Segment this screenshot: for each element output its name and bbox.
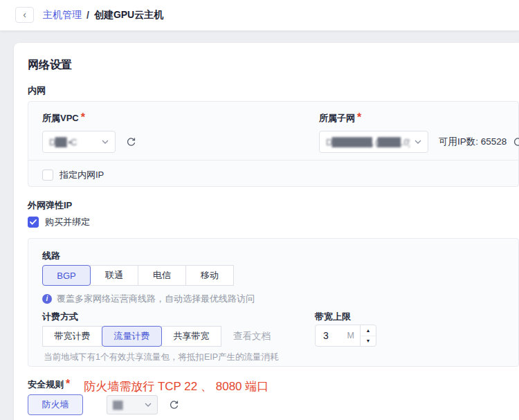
firewall-button[interactable]: 防火墙 — [28, 394, 83, 415]
subnet-select-value: D███████, (████..0) — [326, 137, 410, 147]
available-ip-count: 可用IP数: 65528 — [439, 136, 507, 148]
firewall-rule-select[interactable]: ██ — [107, 395, 158, 414]
firewall-refresh-icon[interactable] — [169, 400, 179, 410]
billing-option-bandwidth[interactable]: 带宽计费 — [42, 326, 102, 347]
subnet-select[interactable]: D███████, (████..0) — [319, 131, 428, 153]
bandwidth-limit-label: 带宽上限 — [315, 311, 351, 323]
chevron-down-icon — [415, 140, 421, 144]
billing-button-group: 带宽计费 流量计费 共享带宽 查看文档 — [42, 326, 271, 347]
bandwidth-value: 3 — [323, 330, 347, 341]
line-option-bgp[interactable]: BGP — [42, 265, 91, 286]
line-label: 线路 — [42, 250, 60, 262]
stepper-down-button[interactable]: ▼ — [361, 336, 376, 347]
subnet-label: 所属子网 — [319, 113, 355, 123]
chevron-down-icon — [102, 140, 109, 144]
line-option-telecom[interactable]: 电信 — [138, 265, 186, 286]
required-asterisk: * — [66, 378, 70, 390]
back-button[interactable]: ‹ — [15, 7, 34, 23]
assign-intranet-ip-checkbox[interactable]: 指定内网IP — [42, 169, 104, 181]
checkbox-checked-icon[interactable] — [28, 217, 39, 228]
breadcrumb-separator: / — [86, 10, 89, 21]
required-asterisk: * — [357, 111, 361, 123]
line-info-text: 覆盖多家网络运营商线路，自动选择最优线路访问 — [57, 293, 255, 305]
view-docs-link[interactable]: 查看文档 — [233, 330, 271, 343]
breadcrumb-host-management[interactable]: 主机管理 — [43, 9, 82, 21]
chevron-down-icon — [145, 403, 152, 407]
vpc-refresh-icon[interactable] — [126, 137, 136, 147]
security-controls-row: 防火墙 ██ — [28, 394, 179, 415]
info-icon: i — [42, 294, 52, 304]
bandwidth-stepper: ▲ ▼ — [360, 325, 376, 347]
panel-divider — [28, 160, 518, 161]
section-title: 网络设置 — [28, 58, 72, 73]
billing-option-traffic[interactable]: 流量计费 — [102, 326, 162, 347]
bandwidth-unit: M — [347, 331, 354, 340]
top-header: ‹ 主机管理 / 创建GPU云主机 — [0, 0, 519, 30]
assign-intranet-ip-label: 指定内网IP — [60, 169, 104, 181]
buy-and-bind-label: 购买并绑定 — [45, 216, 90, 228]
vpc-select[interactable]: D██ ▪C — [42, 131, 116, 153]
intranet-label: 内网 — [28, 84, 46, 97]
security-rule-row: 安全规则* 防火墙需放行 TCP 22 、 8080 端口 — [28, 378, 268, 391]
subnet-field: 所属子网* D███████, (████..0) 可用IP数: 65528 — [319, 111, 519, 153]
stepper-up-button[interactable]: ▲ — [361, 325, 376, 336]
checkbox-unchecked-icon[interactable] — [42, 170, 53, 181]
vpc-field: 所属VPC* D██ ▪C — [42, 111, 136, 153]
vpc-label: 所属VPC — [42, 113, 79, 123]
required-asterisk: * — [81, 111, 85, 123]
vpc-select-value: D██ ▪C — [49, 137, 97, 147]
breadcrumb: 主机管理 / 创建GPU云主机 — [43, 0, 163, 30]
bandwidth-input[interactable]: 3 M — [315, 325, 361, 347]
network-settings-card: 网络设置 内网 所属VPC* D██ ▪C — [14, 43, 519, 420]
page-title: 创建GPU云主机 — [94, 9, 163, 21]
billing-label: 计费方式 — [42, 311, 78, 323]
bandwidth-input-group: 3 M ▲ ▼ — [315, 325, 376, 347]
intranet-panel: 所属VPC* D██ ▪C 所属子网* — [28, 101, 519, 187]
subnet-refresh-icon[interactable] — [513, 137, 519, 147]
eip-panel: 线路 BGP 联通 电信 移动 i 覆盖多家网络运营商线路，自动选择最优线路访问… — [28, 238, 519, 367]
line-button-group: BGP 联通 电信 移动 — [42, 265, 234, 286]
firewall-annotation: 防火墙需放行 TCP 22 、 8080 端口 — [84, 381, 268, 392]
billing-option-shared[interactable]: 共享带宽 — [161, 326, 221, 347]
traffic-package-note: 当前地域下有1个有效共享流量包，将抵扣EIP产生的流量消耗 — [44, 351, 279, 363]
line-option-unicom[interactable]: 联通 — [90, 265, 138, 286]
firewall-rule-select-value: ██ — [113, 401, 140, 409]
line-option-mobile[interactable]: 移动 — [185, 265, 234, 286]
buy-and-bind-checkbox[interactable]: 购买并绑定 — [28, 216, 90, 228]
eip-label: 外网弹性IP — [28, 199, 72, 212]
security-rule-label: 安全规则 — [28, 379, 64, 390]
line-info-row: i 覆盖多家网络运营商线路，自动选择最优线路访问 — [42, 293, 255, 305]
